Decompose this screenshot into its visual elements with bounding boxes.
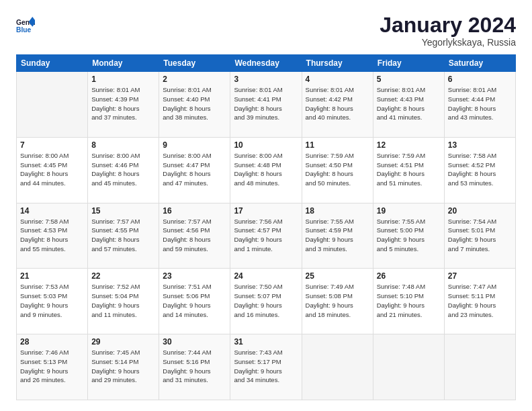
day-info: Sunrise: 7:44 AM Sunset: 5:16 PM Dayligh…: [163, 348, 226, 385]
title-block: January 2024 Yegorlykskaya, Russia: [380, 13, 516, 48]
day-info: Sunrise: 7:59 AM Sunset: 4:50 PM Dayligh…: [306, 151, 369, 188]
month-year: January 2024: [380, 13, 516, 37]
table-row: 6Sunrise: 8:01 AM Sunset: 4:44 PM Daylig…: [444, 72, 515, 138]
day-info: Sunrise: 8:01 AM Sunset: 4:44 PM Dayligh…: [448, 85, 512, 122]
header-wednesday: Wednesday: [230, 55, 302, 72]
day-number: 18: [306, 206, 369, 216]
day-number: 2: [163, 75, 226, 84]
day-info: Sunrise: 7:59 AM Sunset: 4:51 PM Dayligh…: [377, 151, 441, 188]
table-row: 12Sunrise: 7:59 AM Sunset: 4:51 PM Dayli…: [373, 137, 444, 203]
day-info: Sunrise: 7:51 AM Sunset: 5:06 PM Dayligh…: [163, 282, 226, 319]
table-row: [444, 334, 515, 400]
day-number: 14: [20, 206, 84, 216]
day-number: 20: [448, 206, 512, 216]
day-info: Sunrise: 7:58 AM Sunset: 4:53 PM Dayligh…: [20, 217, 84, 254]
day-number: 3: [234, 75, 298, 84]
day-number: 4: [306, 75, 369, 84]
day-info: Sunrise: 8:00 AM Sunset: 4:48 PM Dayligh…: [234, 151, 298, 188]
day-number: 28: [20, 337, 84, 347]
day-info: Sunrise: 7:43 AM Sunset: 5:17 PM Dayligh…: [234, 348, 298, 385]
week-row-2: 7Sunrise: 8:00 AM Sunset: 4:45 PM Daylig…: [17, 137, 516, 203]
week-row-4: 21Sunrise: 7:53 AM Sunset: 5:03 PM Dayli…: [17, 269, 516, 334]
day-number: 25: [306, 271, 369, 281]
table-row: 1Sunrise: 8:01 AM Sunset: 4:39 PM Daylig…: [88, 72, 159, 138]
day-info: Sunrise: 8:01 AM Sunset: 4:40 PM Dayligh…: [163, 85, 226, 122]
table-row: 18Sunrise: 7:55 AM Sunset: 4:59 PM Dayli…: [302, 203, 373, 269]
day-number: 27: [448, 271, 512, 281]
table-row: 24Sunrise: 7:50 AM Sunset: 5:07 PM Dayli…: [230, 269, 302, 334]
table-row: [302, 334, 373, 400]
day-number: 6: [448, 75, 512, 84]
table-row: 13Sunrise: 7:58 AM Sunset: 4:52 PM Dayli…: [444, 137, 515, 203]
table-row: [373, 334, 444, 400]
week-row-5: 28Sunrise: 7:46 AM Sunset: 5:13 PM Dayli…: [17, 334, 516, 400]
table-row: 15Sunrise: 7:57 AM Sunset: 4:55 PM Dayli…: [88, 203, 159, 269]
table-row: 29Sunrise: 7:45 AM Sunset: 5:14 PM Dayli…: [88, 334, 159, 400]
day-number: 24: [234, 271, 298, 281]
day-info: Sunrise: 7:54 AM Sunset: 5:01 PM Dayligh…: [448, 217, 512, 254]
day-number: 5: [377, 75, 441, 84]
day-info: Sunrise: 7:46 AM Sunset: 5:13 PM Dayligh…: [20, 348, 84, 385]
day-info: Sunrise: 7:48 AM Sunset: 5:10 PM Dayligh…: [377, 282, 441, 319]
table-row: 4Sunrise: 8:01 AM Sunset: 4:42 PM Daylig…: [302, 72, 373, 138]
location: Yegorlykskaya, Russia: [380, 37, 516, 48]
svg-text:Blue: Blue: [16, 26, 32, 34]
day-info: Sunrise: 8:00 AM Sunset: 4:45 PM Dayligh…: [20, 151, 84, 188]
day-info: Sunrise: 7:57 AM Sunset: 4:55 PM Dayligh…: [91, 217, 155, 254]
day-info: Sunrise: 8:01 AM Sunset: 4:42 PM Dayligh…: [306, 85, 369, 122]
table-row: 30Sunrise: 7:44 AM Sunset: 5:16 PM Dayli…: [159, 334, 230, 400]
day-number: 31: [234, 337, 298, 347]
day-info: Sunrise: 7:53 AM Sunset: 5:03 PM Dayligh…: [20, 282, 84, 319]
day-info: Sunrise: 7:45 AM Sunset: 5:14 PM Dayligh…: [91, 348, 155, 385]
table-row: 5Sunrise: 8:01 AM Sunset: 4:43 PM Daylig…: [373, 72, 444, 138]
day-number: 15: [91, 206, 155, 216]
day-number: 29: [91, 337, 155, 347]
day-info: Sunrise: 8:01 AM Sunset: 4:41 PM Dayligh…: [234, 85, 298, 122]
day-number: 1: [91, 75, 155, 84]
header: General Blue January 2024 Yegorlykskaya,…: [16, 13, 516, 48]
table-row: 2Sunrise: 8:01 AM Sunset: 4:40 PM Daylig…: [159, 72, 230, 138]
table-row: 9Sunrise: 8:00 AM Sunset: 4:47 PM Daylig…: [159, 137, 230, 203]
table-row: 31Sunrise: 7:43 AM Sunset: 5:17 PM Dayli…: [230, 334, 302, 400]
table-row: 19Sunrise: 7:55 AM Sunset: 5:00 PM Dayli…: [373, 203, 444, 269]
day-info: Sunrise: 7:47 AM Sunset: 5:11 PM Dayligh…: [448, 282, 512, 319]
day-info: Sunrise: 7:58 AM Sunset: 4:52 PM Dayligh…: [448, 151, 512, 188]
table-row: 28Sunrise: 7:46 AM Sunset: 5:13 PM Dayli…: [17, 334, 88, 400]
day-number: 9: [163, 140, 226, 150]
day-number: 7: [20, 140, 84, 150]
day-info: Sunrise: 7:49 AM Sunset: 5:08 PM Dayligh…: [306, 282, 369, 319]
header-sunday: Sunday: [17, 55, 88, 72]
table-row: 25Sunrise: 7:49 AM Sunset: 5:08 PM Dayli…: [302, 269, 373, 334]
header-tuesday: Tuesday: [159, 55, 230, 72]
day-info: Sunrise: 8:00 AM Sunset: 4:47 PM Dayligh…: [163, 151, 226, 188]
day-number: 12: [377, 140, 441, 150]
table-row: 10Sunrise: 8:00 AM Sunset: 4:48 PM Dayli…: [230, 137, 302, 203]
day-number: 19: [377, 206, 441, 216]
logo-icon: General Blue: [16, 16, 35, 35]
day-number: 22: [91, 271, 155, 281]
header-friday: Friday: [373, 55, 444, 72]
day-info: Sunrise: 8:01 AM Sunset: 4:39 PM Dayligh…: [91, 85, 155, 122]
day-info: Sunrise: 8:01 AM Sunset: 4:43 PM Dayligh…: [377, 85, 441, 122]
table-row: 3Sunrise: 8:01 AM Sunset: 4:41 PM Daylig…: [230, 72, 302, 138]
table-row: 21Sunrise: 7:53 AM Sunset: 5:03 PM Dayli…: [17, 269, 88, 334]
table-row: 14Sunrise: 7:58 AM Sunset: 4:53 PM Dayli…: [17, 203, 88, 269]
day-info: Sunrise: 8:00 AM Sunset: 4:46 PM Dayligh…: [91, 151, 155, 188]
day-number: 17: [234, 206, 298, 216]
header-thursday: Thursday: [302, 55, 373, 72]
table-row: 16Sunrise: 7:57 AM Sunset: 4:56 PM Dayli…: [159, 203, 230, 269]
table-row: 20Sunrise: 7:54 AM Sunset: 5:01 PM Dayli…: [444, 203, 515, 269]
table-row: 17Sunrise: 7:56 AM Sunset: 4:57 PM Dayli…: [230, 203, 302, 269]
day-info: Sunrise: 7:57 AM Sunset: 4:56 PM Dayligh…: [163, 217, 226, 254]
week-row-1: 1Sunrise: 8:01 AM Sunset: 4:39 PM Daylig…: [17, 72, 516, 138]
day-number: 10: [234, 140, 298, 150]
table-row: 11Sunrise: 7:59 AM Sunset: 4:50 PM Dayli…: [302, 137, 373, 203]
table-row: 27Sunrise: 7:47 AM Sunset: 5:11 PM Dayli…: [444, 269, 515, 334]
header-monday: Monday: [88, 55, 159, 72]
header-saturday: Saturday: [444, 55, 515, 72]
table-row: 8Sunrise: 8:00 AM Sunset: 4:46 PM Daylig…: [88, 137, 159, 203]
day-number: 16: [163, 206, 226, 216]
day-number: 8: [91, 140, 155, 150]
week-row-3: 14Sunrise: 7:58 AM Sunset: 4:53 PM Dayli…: [17, 203, 516, 269]
table-row: 22Sunrise: 7:52 AM Sunset: 5:04 PM Dayli…: [88, 269, 159, 334]
